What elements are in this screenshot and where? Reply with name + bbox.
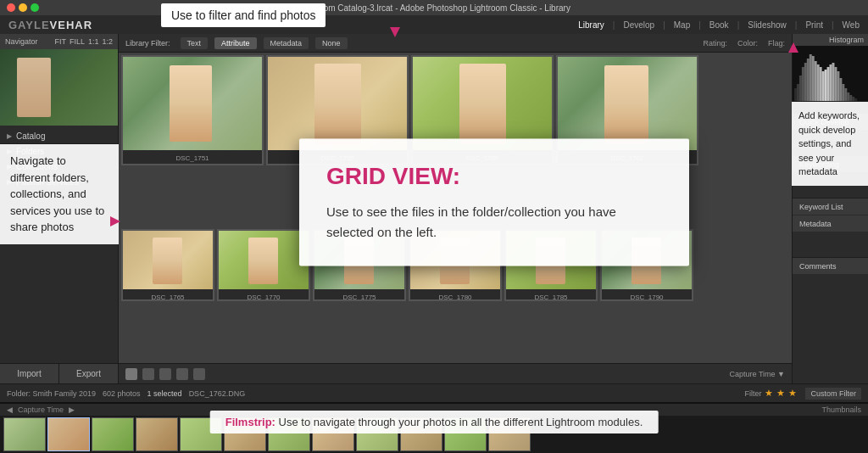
- filter-tab-attribute[interactable]: Attribute: [214, 37, 257, 49]
- top-nav: GAYLEVEHAR Library | Develop | Map | Boo…: [0, 15, 868, 34]
- subject-6: [248, 238, 278, 284]
- module-print[interactable]: Print: [805, 20, 823, 30]
- star-2[interactable]: ★: [776, 388, 785, 399]
- photo-label-5: DSC_1765: [123, 289, 213, 301]
- module-develop[interactable]: Develop: [623, 20, 654, 30]
- zoom-fill[interactable]: FILL: [70, 37, 85, 46]
- filmstrip-sort-label: Capture Time: [18, 405, 64, 414]
- subject-1: [170, 65, 212, 142]
- svg-rect-7: [810, 54, 812, 101]
- module-book[interactable]: Book: [709, 20, 729, 30]
- grid-view-title: GRID VIEW:: [326, 163, 662, 190]
- filmstrip-thumb-4[interactable]: [136, 417, 178, 451]
- star-3[interactable]: ★: [788, 388, 797, 399]
- filmstrip-thumb-1[interactable]: [3, 417, 46, 451]
- svg-rect-20: [842, 84, 844, 101]
- custom-filter-button[interactable]: Custom Filter: [805, 388, 861, 400]
- module-web[interactable]: Web: [843, 20, 860, 30]
- filmstrip-nav-left[interactable]: ◀: [7, 405, 13, 414]
- svg-rect-1: [794, 88, 797, 101]
- filmstrip-thumb-3[interactable]: [92, 417, 134, 451]
- svg-rect-4: [802, 67, 804, 101]
- filmstrip-annotation-text: Use to navigate through your photos in a…: [275, 416, 643, 428]
- zoom-1-2[interactable]: 1:2: [102, 37, 113, 46]
- subject-2: [314, 64, 361, 144]
- svg-rect-14: [827, 67, 830, 101]
- arrow-down-icon: [390, 27, 400, 37]
- star-1[interactable]: ★: [765, 388, 773, 399]
- logo-first: GAYLE: [8, 19, 50, 31]
- loupe-view-button[interactable]: [142, 368, 154, 380]
- svg-rect-17: [834, 67, 837, 101]
- grid-view-overlay: GRID VIEW: Use to see the files in the f…: [299, 139, 689, 266]
- center-bottom-bar: Capture Time ▼: [119, 363, 792, 383]
- metadata-content: [793, 232, 868, 258]
- zoom-fit[interactable]: FIT: [54, 37, 66, 46]
- filter-color-label: Color:: [737, 39, 758, 48]
- svg-rect-25: [854, 98, 857, 101]
- module-slideshow[interactable]: Slideshow: [748, 20, 787, 30]
- close-button[interactable]: [7, 3, 15, 12]
- left-panel-annotation: Navigate to different folders, collectio…: [0, 144, 119, 244]
- left-panel-arrow: [110, 216, 120, 226]
- photo-image-4: [558, 57, 697, 150]
- filmstrip-annotation: Filmstrip: Use to navigate through your …: [210, 416, 659, 433]
- compare-view-button[interactable]: [159, 368, 171, 380]
- navigator-header: Navigator FIT FILL 1:1 1:2: [0, 34, 118, 49]
- svg-rect-2: [797, 84, 799, 101]
- filmstrip-photos: Filmstrip: Use to navigate through your …: [0, 416, 868, 453]
- right-panel: Histogram: [792, 34, 868, 383]
- zoom-1-1[interactable]: 1:1: [88, 37, 99, 46]
- histogram-label: Histogram: [829, 36, 864, 44]
- filter-bar: Library Filter: Text Attribute Metadata …: [119, 34, 792, 53]
- svg-rect-21: [844, 88, 847, 101]
- photo-label-6: DSC_1770: [219, 289, 309, 301]
- filter-label: Filter: [744, 389, 761, 398]
- child-subject: [17, 58, 51, 117]
- photo-label-8: DSC_1780: [410, 289, 500, 301]
- right-section-comments[interactable]: Comments: [793, 258, 868, 275]
- subject-3: [459, 64, 506, 144]
- svg-rect-24: [852, 97, 854, 101]
- zoom-levels: FIT FILL 1:1 1:2: [54, 37, 113, 46]
- navigator-label: Navigator: [5, 37, 38, 46]
- info-selected: 1 selected: [147, 389, 182, 398]
- filter-tab-text[interactable]: Text: [181, 37, 209, 49]
- info-count: 602 photos: [103, 389, 141, 398]
- people-view-button[interactable]: [193, 368, 205, 380]
- filmstrip-nav-right[interactable]: ▶: [69, 405, 75, 414]
- filter-bar-arrow: [390, 27, 400, 37]
- right-panel-arrow: [788, 42, 798, 53]
- filter-tab-none[interactable]: None: [315, 37, 348, 49]
- svg-rect-11: [820, 67, 822, 101]
- module-map[interactable]: Map: [674, 20, 690, 30]
- import-button[interactable]: Import: [0, 364, 59, 383]
- photo-cell-5[interactable]: DSC_1765: [121, 229, 214, 301]
- survey-view-button[interactable]: [176, 368, 188, 380]
- module-nav: Library | Develop | Map | Book | Slidesh…: [578, 20, 860, 30]
- svg-rect-3: [799, 76, 802, 101]
- filmstrip-thumb-2[interactable]: [47, 417, 90, 451]
- maximize-button[interactable]: [31, 3, 39, 12]
- photo-cell-6[interactable]: DSC_1770: [217, 229, 310, 301]
- sidebar-item-catalog[interactable]: ▶ Catalog: [0, 129, 118, 144]
- right-section-metadata[interactable]: Metadata: [793, 215, 868, 232]
- navigator-thumbnail: [0, 49, 118, 126]
- minimize-button[interactable]: [19, 3, 27, 12]
- left-panel: Navigator FIT FILL 1:1 1:2 ▶ Catalog ▶ F…: [0, 34, 119, 383]
- filter-flag-label: Flag:: [768, 39, 785, 48]
- histogram-header: Histogram: [793, 34, 868, 46]
- export-button[interactable]: Export: [59, 364, 118, 383]
- photo-cell-1[interactable]: DSC_1751: [121, 55, 264, 165]
- svg-rect-5: [804, 63, 807, 101]
- grid-view-button[interactable]: [125, 368, 137, 380]
- right-section-keyword-list[interactable]: Keyword List: [793, 199, 868, 215]
- filter-tab-metadata[interactable]: Metadata: [264, 37, 309, 49]
- svg-rect-9: [815, 61, 817, 101]
- module-library[interactable]: Library: [578, 20, 604, 30]
- module-separator: |: [613, 20, 615, 30]
- photo-image-3: [413, 57, 552, 150]
- svg-rect-22: [847, 92, 849, 101]
- filter-annotation-text: Use to filter and find photos: [171, 8, 315, 22]
- histogram-chart: [793, 46, 868, 101]
